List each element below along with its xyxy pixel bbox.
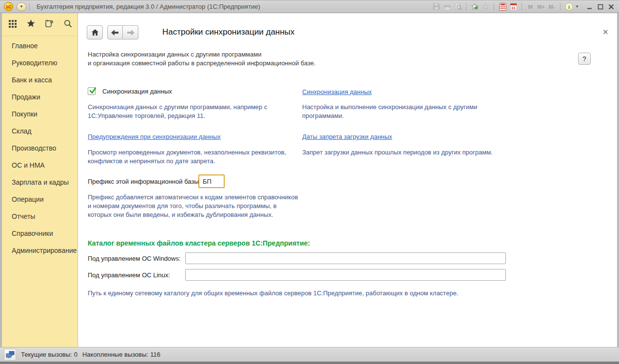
divider — [522, 3, 522, 11]
desc-line: Настройка и выполнение синхронизации дан… — [302, 103, 477, 112]
page-intro: Настройка синхронизации данных с другими… — [88, 50, 316, 68]
system-menu-button[interactable]: ▼ — [17, 2, 26, 11]
info-dropdown-chevron-icon[interactable]: ▼ — [574, 2, 580, 12]
checkmark-icon — [89, 86, 97, 95]
sidebar-item-otchety[interactable]: Отчеты — [2, 208, 77, 225]
help-button[interactable]: ? — [578, 53, 591, 65]
sync-settings-desc: Настройка и выполнение синхронизации дан… — [302, 103, 477, 120]
page-intro-line: Настройка синхронизации данных с другими… — [88, 50, 316, 59]
nav-history-group — [107, 25, 138, 39]
sync-warnings-link[interactable]: Предупреждения при синхронизации данных — [88, 133, 221, 140]
windows-path-label: Под управлением ОС Windows: — [88, 255, 181, 262]
favorites-icon[interactable] — [480, 2, 491, 12]
forward-arrow-icon — [127, 30, 135, 36]
note-line: и номерам документов для того, чтобы раз… — [88, 202, 298, 211]
sync-checkbox-row: Синхронизация данных — [88, 87, 172, 95]
window-frame-right — [617, 13, 619, 347]
sidebar-toolbar — [2, 13, 77, 36]
home-icon — [91, 29, 99, 36]
windows-path-input[interactable] — [185, 252, 506, 264]
close-form-button[interactable]: ✕ — [602, 28, 609, 36]
accumulated-calls-label: Накопленные вызовы: — [82, 351, 148, 358]
sidebar-item-zarplata-i-kadry[interactable]: Зарплата и кадры — [2, 173, 77, 191]
cluster-section-header: Каталог временных файлов кластера сервер… — [88, 239, 310, 247]
maximize-button[interactable] — [596, 2, 605, 11]
desc-line: Запрет загрузки данных прошлых периодов … — [302, 148, 493, 157]
info-icon[interactable]: i — [563, 2, 574, 12]
sync-settings-link[interactable]: Синхронизация данных — [302, 88, 372, 96]
close-window-button[interactable] — [606, 2, 616, 11]
sync-warnings-desc: Просмотр непроведенных документов, незап… — [88, 148, 286, 166]
current-calls-label: Текущие вызовы: — [21, 351, 72, 358]
note-line: которых они были введены, и избежать дуб… — [88, 211, 298, 219]
server-calls-icon — [6, 351, 15, 359]
sections-menu-icon[interactable] — [8, 19, 17, 28]
ban-dates-desc: Запрет загрузки данных прошлых периодов … — [302, 148, 493, 157]
memory-plus-button[interactable]: M+ — [536, 4, 546, 10]
home-button[interactable] — [87, 25, 103, 39]
sidebar-item-glavnoe[interactable]: Главное — [2, 37, 77, 54]
cluster-note: Путь к единому сетевому каталогу для общ… — [88, 289, 458, 298]
desc-line: программами. — [302, 112, 477, 120]
prefix-input[interactable] — [198, 174, 225, 188]
app-window: { "titlebar": { "title": "Бухгалтерия пр… — [0, 0, 619, 364]
linux-path-input[interactable] — [185, 269, 506, 281]
sidebar-item-administrirovanie[interactable]: Администрирование — [2, 242, 77, 259]
sync-checkbox[interactable] — [88, 87, 96, 95]
calendar-icon[interactable]: 31 — [508, 2, 519, 12]
divider — [494, 3, 494, 11]
titlebar: 1С ▼ Бухгалтерия предприятия, редакция 3… — [0, 0, 619, 13]
sidebar-item-operacii[interactable]: Операции — [2, 191, 77, 208]
sync-checkbox-label[interactable]: Синхронизация данных — [102, 88, 172, 95]
sidebar-item-bank-i-kassa[interactable]: Банк и касса — [2, 71, 77, 88]
chevron-down-icon: ▼ — [19, 4, 23, 9]
divider — [29, 3, 30, 11]
main-content: Настройки синхронизации данных ✕ Настрой… — [78, 13, 617, 347]
memory-minus-button[interactable]: M- — [546, 4, 557, 10]
desc-line: Просмотр непроведенных документов, незап… — [88, 148, 286, 157]
page-title: Настройки синхронизации данных — [162, 27, 294, 37]
forward-button[interactable] — [123, 25, 138, 39]
sidebar-item-proizvodstvo[interactable]: Производство — [2, 139, 77, 156]
statusbar: Текущие вызовы: 0 Накопленные вызовы: 11… — [0, 347, 619, 362]
divider — [466, 3, 466, 11]
divider — [560, 3, 561, 11]
print-preview-icon[interactable] — [452, 2, 463, 12]
add-favorite-icon[interactable] — [469, 2, 480, 12]
desc-line: конфликтов и непринятых по дате запрета. — [88, 157, 286, 166]
sidebar: Главное Руководителю Банк и касса Продаж… — [2, 13, 78, 347]
linux-path-label: Под управлением ОС Linux: — [88, 271, 170, 279]
history-icon[interactable] — [45, 19, 54, 28]
sidebar-item-rukovoditelyu[interactable]: Руководителю — [2, 54, 77, 71]
page-intro-line: и организация совместной работы в распре… — [88, 59, 316, 68]
sidebar-item-pokupki[interactable]: Покупки — [2, 105, 77, 122]
titlebar-toolbar: 31 M M+ M- i ▼ — [431, 0, 619, 13]
sidebar-item-sklad[interactable]: Склад — [2, 122, 77, 139]
current-calls-value: 0 — [74, 351, 77, 358]
window-frame-bottom — [0, 362, 619, 364]
sidebar-item-prodazhi[interactable]: Продажи — [2, 88, 77, 105]
prefix-note: Префикс добавляется автоматически к кода… — [88, 193, 298, 219]
app-logo-1c-icon[interactable]: 1С — [4, 2, 13, 11]
back-button[interactable] — [107, 25, 123, 39]
sidebar-item-os-i-nma[interactable]: ОС и НМА — [2, 156, 77, 173]
sidebar-menu: Главное Руководителю Банк и касса Продаж… — [2, 36, 77, 259]
memory-recall-button[interactable]: M — [525, 4, 536, 10]
search-icon[interactable] — [63, 19, 73, 28]
svg-text:i: i — [568, 4, 569, 10]
back-arrow-icon — [111, 30, 119, 36]
ban-dates-link[interactable]: Даты запрета загрузки данных — [302, 133, 392, 140]
note-line: Префикс добавляется автоматически к кода… — [88, 193, 298, 202]
desc-line: Синхронизация данных с другими программа… — [88, 103, 267, 112]
prefix-label: Префикс этой информационной базы: — [88, 178, 200, 185]
sync-checkbox-desc: Синхронизация данных с другими программа… — [88, 103, 267, 120]
favorites-star-icon[interactable] — [26, 19, 36, 28]
window-title: Бухгалтерия предприятия, редакция 3.0 / … — [37, 3, 260, 10]
save-icon[interactable] — [431, 2, 442, 12]
sidebar-item-spravochniki[interactable]: Справочники — [2, 225, 77, 242]
accumulated-calls-value: 116 — [150, 351, 160, 358]
print-icon[interactable] — [442, 2, 452, 12]
minimize-button[interactable] — [585, 2, 595, 11]
calculator-icon[interactable] — [497, 2, 508, 12]
performance-indicator-button[interactable] — [4, 349, 16, 361]
